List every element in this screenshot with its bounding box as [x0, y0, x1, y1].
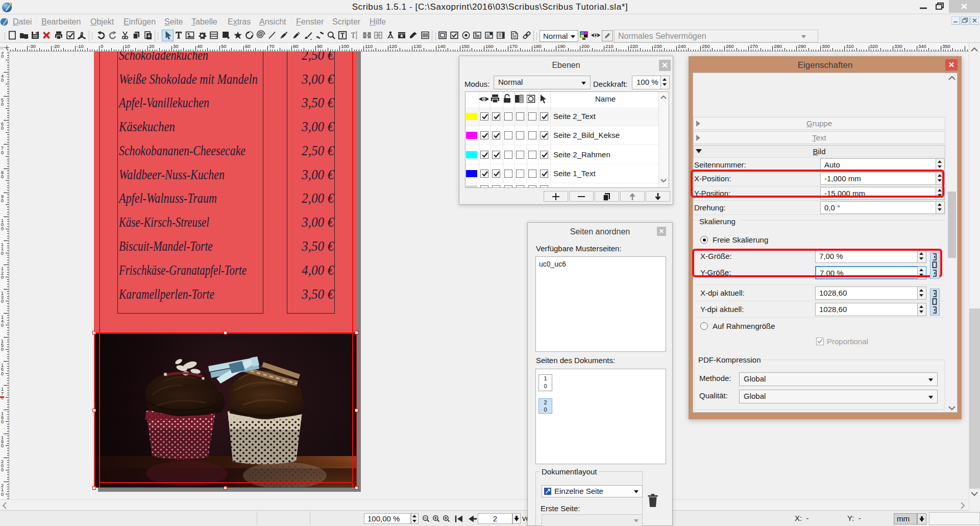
- svg-text:0: 0: [1, 371, 4, 376]
- svg-text:0: 0: [1, 443, 4, 448]
- svg-text:0: 0: [1, 251, 4, 256]
- svg-text:10: 10: [125, 43, 130, 49]
- svg-text:70: 70: [269, 43, 275, 49]
- svg-text:0: 0: [1, 54, 4, 59]
- svg-text:0: 0: [1, 150, 4, 155]
- svg-text:0: 0: [1, 198, 4, 203]
- svg-text:-10: -10: [77, 43, 84, 49]
- svg-text:0: 0: [1, 419, 4, 424]
- svg-text:320: 320: [870, 43, 878, 49]
- svg-text:0: 0: [1, 467, 4, 472]
- svg-text:0: 0: [1, 492, 4, 497]
- svg-text:100: 100: [341, 43, 349, 49]
- svg-text:30: 30: [173, 43, 179, 49]
- svg-text:180: 180: [533, 43, 542, 49]
- svg-text:290: 290: [798, 43, 806, 49]
- svg-text:270: 270: [750, 43, 758, 49]
- svg-text:220: 220: [630, 43, 638, 49]
- svg-text:350: 350: [942, 43, 950, 49]
- svg-text:340: 340: [918, 43, 926, 49]
- svg-text:0: 0: [1, 174, 4, 179]
- svg-text:250: 250: [702, 43, 710, 49]
- svg-text:200: 200: [581, 43, 590, 49]
- svg-text:280: 280: [774, 43, 782, 49]
- svg-text:-30: -30: [29, 43, 36, 49]
- svg-text:0: 0: [1, 226, 4, 231]
- svg-text:210: 210: [605, 43, 614, 49]
- svg-text:50: 50: [221, 43, 227, 49]
- svg-text:0: 0: [1, 126, 4, 131]
- svg-text:20: 20: [149, 43, 155, 49]
- svg-text:0: 0: [1, 78, 4, 83]
- svg-text:160: 160: [485, 43, 494, 49]
- svg-text:0: 0: [1, 323, 4, 328]
- svg-text:0: 0: [1, 347, 4, 352]
- svg-text:140: 140: [437, 43, 446, 49]
- svg-text:170: 170: [509, 43, 518, 49]
- svg-text:310: 310: [846, 43, 854, 49]
- svg-text:150: 150: [461, 43, 470, 49]
- svg-text:240: 240: [678, 43, 686, 49]
- svg-text:330: 330: [894, 43, 902, 49]
- svg-text:0: 0: [1, 275, 4, 280]
- svg-text:190: 190: [557, 43, 566, 49]
- svg-text:80: 80: [293, 43, 299, 49]
- svg-text:40: 40: [197, 43, 203, 49]
- svg-text:230: 230: [654, 43, 662, 49]
- svg-text:130: 130: [413, 43, 422, 49]
- svg-text:260: 260: [726, 43, 734, 49]
- svg-text:300: 300: [822, 43, 830, 49]
- svg-text:0: 0: [101, 43, 103, 49]
- svg-text:120: 120: [389, 43, 397, 49]
- svg-text:60: 60: [245, 43, 251, 49]
- svg-text:90: 90: [317, 43, 323, 49]
- svg-text:0: 0: [1, 299, 4, 304]
- svg-text:-20: -20: [53, 43, 60, 49]
- svg-text:0: 0: [1, 102, 4, 107]
- svg-text:110: 110: [365, 43, 373, 49]
